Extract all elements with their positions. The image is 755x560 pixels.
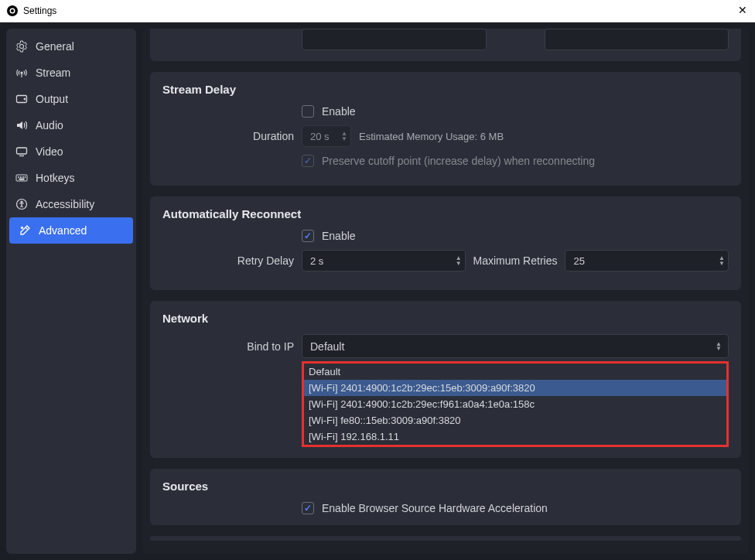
section-title: Sources <box>162 480 729 493</box>
main-container: General Stream Output Audio Video <box>0 22 755 560</box>
sidebar: General Stream Output Audio Video <box>6 29 136 554</box>
section-title: Stream Delay <box>162 83 729 96</box>
duration-label: Duration <box>162 130 294 142</box>
spinner-value: 25 <box>573 255 584 267</box>
section-sources: Sources Enable Browser Source Hardware A… <box>150 469 741 525</box>
retry-delay-label: Retry Delay <box>162 254 294 267</box>
dropdown-option[interactable]: [Wi-Fi] 2401:4900:1c2b:29ec:f961:a0a4:1e… <box>304 396 726 412</box>
sidebar-item-stream[interactable]: Stream <box>6 60 136 86</box>
spinner-arrows-icon[interactable]: ▲▼ <box>456 255 462 266</box>
svg-point-3 <box>21 72 22 73</box>
sidebar-item-hotkeys[interactable]: Hotkeys <box>6 165 136 191</box>
select-value: Default <box>310 340 344 353</box>
bind-ip-dropdown[interactable]: Default [Wi-Fi] 2401:4900:1c2b:29ec:15eb… <box>302 361 729 447</box>
section-network: Network Bind to IP Default ▲▼ Default [W <box>150 301 741 458</box>
monitor-icon <box>15 145 28 158</box>
svg-point-9 <box>18 176 19 177</box>
svg-rect-6 <box>17 148 27 154</box>
speaker-icon <box>15 119 28 131</box>
svg-point-12 <box>25 176 26 177</box>
bind-ip-label: Bind to IP <box>162 340 294 353</box>
dropdown-option[interactable]: [Wi-Fi] fe80::15eb:3009:a90f:3820 <box>304 412 726 429</box>
app-icon <box>6 5 19 17</box>
sidebar-item-label: Advanced <box>39 224 87 237</box>
svg-point-11 <box>22 176 23 177</box>
section-auto-reconnect: Automatically Reconnect Enable Retry Del… <box>150 196 741 290</box>
enable-reconnect-checkbox[interactable] <box>302 230 314 242</box>
antenna-icon <box>15 67 28 79</box>
spinner-arrows-icon[interactable]: ▲▼ <box>341 131 347 142</box>
window-title: Settings <box>23 5 56 16</box>
output-icon <box>15 93 28 105</box>
section-stream-delay: Stream Delay Enable Duration 20 s ▲▼ Est… <box>150 72 741 186</box>
section-divider <box>150 536 741 541</box>
memory-usage-hint: Estimated Memory Usage: 6 MB <box>359 131 504 142</box>
sidebar-item-label: Stream <box>36 67 70 79</box>
max-retries-spinner[interactable]: 25 ▲▼ <box>565 250 729 271</box>
spinner-value: 2 s <box>310 255 323 267</box>
spinner-value: 20 s <box>310 131 330 142</box>
gear-icon <box>15 40 28 53</box>
sidebar-item-label: Video <box>36 145 63 158</box>
checkbox-label: Enable <box>322 105 356 118</box>
svg-point-10 <box>20 176 21 177</box>
close-icon[interactable]: ✕ <box>738 4 747 16</box>
hw-accel-checkbox[interactable] <box>302 502 314 514</box>
dropdown-option[interactable]: Default <box>304 364 726 380</box>
max-retries-label: Maximum Retries <box>473 254 558 267</box>
sidebar-item-label: Accessibility <box>36 198 94 210</box>
bind-ip-select[interactable]: Default ▲▼ <box>302 334 729 358</box>
sidebar-item-label: Audio <box>36 119 63 131</box>
section-title: Network <box>162 312 729 325</box>
text-input[interactable] <box>545 29 729 50</box>
content-area[interactable]: Stream Delay Enable Duration 20 s ▲▼ Est… <box>142 29 749 554</box>
svg-point-2 <box>11 9 14 12</box>
dropdown-option[interactable]: [Wi-Fi] 2401:4900:1c2b:29ec:15eb:3009:a9… <box>304 380 726 396</box>
sidebar-item-video[interactable]: Video <box>6 138 136 165</box>
spinner-arrows-icon[interactable]: ▲▼ <box>719 255 725 266</box>
section-title: Automatically Reconnect <box>162 207 729 220</box>
sidebar-item-output[interactable]: Output <box>6 86 136 112</box>
sidebar-item-label: Hotkeys <box>36 172 75 184</box>
text-input[interactable] <box>302 29 487 50</box>
tools-icon <box>19 224 31 237</box>
checkbox-label: Enable Browser Source Hardware Accelerat… <box>322 502 548 514</box>
dropdown-option[interactable]: [Wi-Fi] 192.168.1.11 <box>304 429 726 445</box>
svg-rect-13 <box>19 179 24 179</box>
enable-stream-delay-checkbox[interactable] <box>302 105 314 118</box>
checkbox-label: Enable <box>322 230 356 242</box>
sidebar-item-advanced[interactable]: Advanced <box>9 217 133 244</box>
partial-section-top <box>150 29 741 61</box>
accessibility-icon <box>15 198 28 210</box>
sidebar-item-accessibility[interactable]: Accessibility <box>6 191 136 217</box>
chevron-updown-icon: ▲▼ <box>716 342 722 351</box>
sidebar-item-audio[interactable]: Audio <box>6 112 136 138</box>
titlebar: Settings ✕ <box>0 0 755 22</box>
preserve-cutoff-checkbox <box>302 155 314 167</box>
keyboard-icon <box>15 172 28 184</box>
checkbox-label: Preserve cutoff point (increase delay) w… <box>322 155 595 167</box>
duration-spinner[interactable]: 20 s ▲▼ <box>302 125 351 147</box>
sidebar-item-label: Output <box>36 93 68 105</box>
svg-point-15 <box>21 201 22 203</box>
sidebar-item-label: General <box>36 40 74 53</box>
sidebar-item-general[interactable]: General <box>6 33 136 60</box>
retry-delay-spinner[interactable]: 2 s ▲▼ <box>302 250 466 271</box>
